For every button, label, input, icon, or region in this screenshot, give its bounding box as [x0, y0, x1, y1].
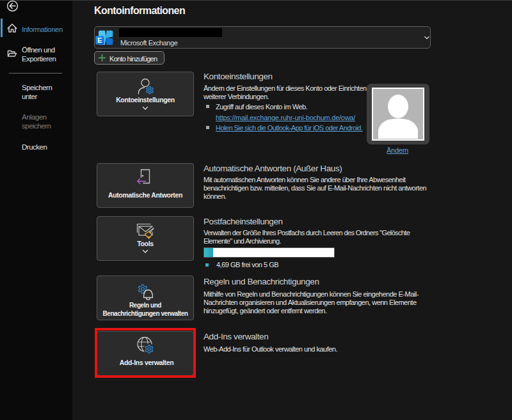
svg-text:E: E: [97, 36, 102, 44]
